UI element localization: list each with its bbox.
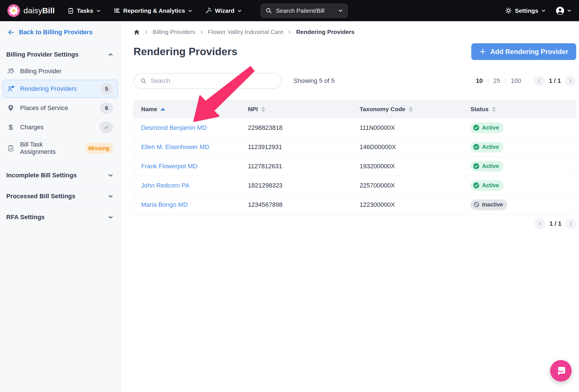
column-header-npi[interactable]: NPI — [248, 106, 360, 113]
account-menu[interactable] — [556, 6, 572, 15]
breadcrumb-billing-providers[interactable]: Billing Providers — [153, 29, 195, 35]
search-icon — [140, 77, 146, 84]
status-label: Active — [482, 124, 499, 131]
provider-name-link[interactable]: Frank Flowerpot MD — [141, 163, 248, 170]
count-badge: 5 — [100, 83, 113, 94]
back-arrow-icon — [7, 29, 15, 36]
tasks-icon — [67, 7, 74, 14]
check-icon — [103, 124, 109, 130]
table-row: Frank Flowerpot MD 1127812631 193200000X — [134, 156, 576, 176]
check-circle-icon — [473, 163, 479, 169]
check-circle-icon — [473, 182, 479, 189]
back-to-billing-providers-link[interactable]: Back to Billing Providers — [0, 21, 121, 44]
sidebar-item-label: Bill Task Assignments — [20, 141, 80, 156]
check-circle-icon — [473, 144, 479, 150]
brand-logo[interactable]: daisyBill — [7, 4, 55, 17]
pagination-cluster: 10 | 25 | 100 1 / 1 — [476, 76, 576, 86]
breadcrumb-current: Rendering Providers — [296, 29, 355, 35]
sidebar-item-rendering-providers[interactable]: Rendering Providers 5 — [3, 80, 118, 98]
menu-reporting-analytics[interactable]: Reporting & Analytics — [113, 7, 193, 14]
breadcrumb-separator-icon — [200, 30, 204, 34]
sidebar-item-label: Billing Provider — [20, 68, 62, 75]
account-icon — [556, 6, 565, 15]
sidebar-item-charges[interactable]: $ Charges — [3, 118, 118, 136]
prev-page-button[interactable] — [534, 76, 545, 86]
chevron-down-icon — [108, 214, 113, 220]
page-size-100[interactable]: 100 — [511, 77, 521, 85]
taxonomy-code-value: 193200000X — [360, 163, 470, 170]
table-search[interactable] — [133, 73, 282, 89]
breadcrumb-flower-valley[interactable]: Flower Valley Industrial Care — [208, 29, 284, 35]
page-size-25[interactable]: 25 — [493, 77, 500, 85]
provider-name-link[interactable]: Desmond Benjamin MD — [141, 124, 248, 132]
next-page-button[interactable] — [565, 218, 576, 229]
column-header-status[interactable]: Status — [470, 106, 569, 113]
section-processed-bill-settings[interactable]: Processed Bill Settings — [0, 186, 121, 207]
menu-settings[interactable]: Settings — [505, 7, 546, 14]
sidebar-item-places-of-service[interactable]: Places of Service 6 — [3, 99, 118, 117]
prev-page-button[interactable] — [535, 218, 545, 229]
check-circle-icon — [473, 124, 479, 131]
section-incomplete-bill-settings[interactable]: Incomplete Bill Settings — [0, 165, 121, 186]
status-badge: Active — [470, 142, 504, 152]
showing-count: Showing 5 of 5 — [293, 77, 335, 85]
menu-wizard[interactable]: Wizard — [205, 7, 242, 14]
table-row: Desmond Benjamin MD 2298823818 111N00000… — [134, 118, 576, 137]
chevron-down-icon — [338, 8, 343, 13]
title-row: Rendering Providers Add Rendering Provid… — [133, 43, 576, 60]
providers-table: Name NPI Taxonomy Code Status — [133, 100, 576, 214]
chevron-down-icon — [108, 193, 113, 199]
home-icon[interactable] — [133, 29, 140, 35]
status-badge: Active — [470, 161, 504, 172]
sidebar-item-label: Places of Service — [20, 104, 68, 112]
table-row: Ellen M. Eisenhower MD 1123912931 146D00… — [134, 137, 576, 156]
add-rendering-provider-button[interactable]: Add Rendering Provider — [471, 43, 576, 60]
status-label: Active — [482, 144, 499, 150]
group-billing-provider-settings[interactable]: Billing Provider Settings — [0, 44, 121, 63]
section-rfa-settings[interactable]: RFA Settings — [0, 207, 121, 228]
next-page-button[interactable] — [565, 76, 576, 86]
chevron-down-icon — [108, 173, 113, 178]
chat-launcher-button[interactable] — [550, 360, 572, 382]
sidebar-item-bill-task-assignments[interactable]: Bill Task Assignments Missing — [3, 137, 118, 159]
menu-settings-label: Settings — [515, 7, 538, 14]
taxonomy-code-value: 225700000X — [360, 182, 470, 189]
search-icon — [265, 7, 272, 14]
provider-name-link[interactable]: John Redcorn PA — [141, 182, 248, 189]
page-size-10[interactable]: 10 — [476, 77, 483, 85]
clipboard-check-icon — [7, 145, 15, 152]
column-header-name[interactable]: Name — [141, 106, 248, 113]
column-label: Status — [470, 106, 489, 113]
person-chat-icon — [7, 85, 15, 93]
status-badge: Inactive — [470, 199, 507, 210]
chevron-down-icon — [96, 8, 101, 13]
global-search[interactable]: Search Patient/Bill — [261, 4, 348, 18]
people-plus-icon — [7, 67, 15, 75]
section-label: RFA Settings — [6, 214, 45, 221]
top-right-cluster: Settings — [505, 6, 572, 15]
column-header-taxonomy-code[interactable]: Taxonomy Code — [360, 106, 470, 113]
reporting-icon — [113, 7, 120, 14]
menu-tasks[interactable]: Tasks — [67, 7, 101, 14]
breadcrumb-separator-icon — [144, 30, 148, 34]
chat-icon — [555, 365, 567, 377]
slash-circle-icon — [474, 202, 479, 208]
provider-name-link[interactable]: Maria Bongo MD — [141, 201, 248, 208]
brand-name: daisyBill — [23, 6, 55, 15]
group-title: Billing Provider Settings — [6, 51, 78, 58]
sidebar-item-billing-provider[interactable]: Billing Provider — [3, 64, 118, 79]
page-indicator: 1 / 1 — [549, 220, 561, 227]
back-link-label: Back to Billing Providers — [19, 29, 92, 36]
chevron-down-icon — [541, 8, 546, 13]
separator: | — [505, 78, 506, 84]
chevron-left-icon — [537, 221, 543, 226]
provider-name-link[interactable]: Ellen M. Eisenhower MD — [141, 143, 248, 151]
count-badge: 6 — [100, 102, 113, 114]
table-search-input[interactable] — [150, 77, 275, 85]
breadcrumb: Billing Providers Flower Valley Industri… — [133, 29, 576, 35]
chevron-down-icon — [188, 8, 193, 13]
check-badge — [100, 122, 113, 133]
npi-value: 1821298323 — [248, 182, 360, 189]
taxonomy-code-value: 122300000X — [360, 201, 470, 208]
sidebar: Back to Billing Providers Billing Provid… — [0, 21, 121, 392]
